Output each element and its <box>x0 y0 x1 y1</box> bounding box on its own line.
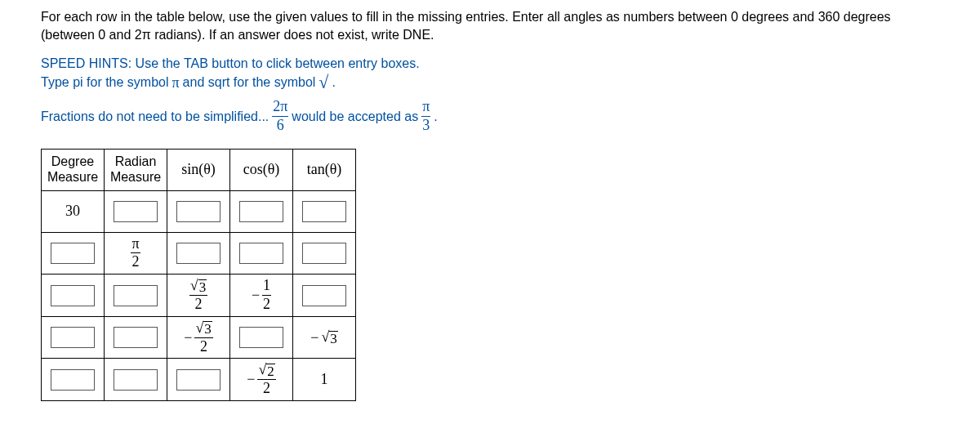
denominator: 2 <box>131 254 140 270</box>
r5-radian[interactable] <box>105 359 167 401</box>
hint-line-2: Type pi for the symbol π and sqrt for th… <box>41 73 939 92</box>
fraction-2pi-6: 2π 6 <box>272 99 288 134</box>
r5-tan: 1 <box>293 359 356 401</box>
numerator: π <box>131 236 140 252</box>
denominator: 6 <box>276 118 285 134</box>
header-sin: sin(θ) <box>167 149 230 190</box>
header-cos: cos(θ) <box>230 149 293 190</box>
r4-cos-input[interactable] <box>239 327 283 348</box>
instructions-text: For each row in the table below, use the… <box>41 8 939 43</box>
r2-cos[interactable] <box>230 232 293 275</box>
r3-tan[interactable] <box>293 275 356 317</box>
r1-cos-input[interactable] <box>239 201 283 222</box>
r1-degree: 30 <box>42 190 105 232</box>
r3-tan-input[interactable] <box>302 285 346 306</box>
r1-radian-input[interactable] <box>114 201 158 222</box>
r4-cos[interactable] <box>230 316 293 359</box>
r5-sin-input[interactable] <box>176 369 220 391</box>
denominator: 3 <box>421 118 430 134</box>
r1-radian[interactable] <box>105 190 167 232</box>
r1-sin[interactable] <box>167 190 230 232</box>
r3-degree-input[interactable] <box>51 285 95 306</box>
r5-radian-input[interactable] <box>114 369 158 391</box>
r4-degree[interactable] <box>42 316 105 359</box>
header-tan: tan(θ) <box>293 149 356 190</box>
r2-cos-input[interactable] <box>239 243 283 264</box>
hint-line-1: SPEED HINTS: Use the TAB button to click… <box>41 55 939 73</box>
sqrt-symbol: √ <box>318 74 328 92</box>
speed-hints: SPEED HINTS: Use the TAB button to click… <box>41 55 939 133</box>
r2-degree[interactable] <box>42 232 105 275</box>
hint-text: and sqrt for the symbol <box>183 74 316 92</box>
numerator: π <box>421 99 430 115</box>
header-radian: RadianMeasure <box>105 149 167 190</box>
r3-radian[interactable] <box>105 275 167 317</box>
r4-tan: − √3 <box>293 316 356 359</box>
hint-text: would be accepted as <box>292 108 418 126</box>
hint-line-3: Fractions do not need to be simplified..… <box>41 99 939 134</box>
r2-radian: π 2 <box>105 232 167 275</box>
r2-tan-input[interactable] <box>302 243 346 264</box>
hint-text: . <box>434 108 437 126</box>
r2-sin[interactable] <box>167 232 230 275</box>
r4-radian-input[interactable] <box>114 327 158 348</box>
hint-text: . <box>332 74 335 92</box>
r5-degree-input[interactable] <box>51 369 95 391</box>
r4-radian[interactable] <box>105 316 167 359</box>
header-degree: DegreeMeasure <box>42 149 105 190</box>
r1-tan-input[interactable] <box>302 201 346 222</box>
fraction-pi-3: π 3 <box>421 99 430 134</box>
r1-sin-input[interactable] <box>176 201 220 222</box>
r3-sin: √3 2 <box>167 275 230 317</box>
r1-cos[interactable] <box>230 190 293 232</box>
r2-degree-input[interactable] <box>51 243 95 264</box>
numerator: 2π <box>272 99 288 115</box>
r3-degree[interactable] <box>42 275 105 317</box>
r3-radian-input[interactable] <box>114 285 158 306</box>
r1-tan[interactable] <box>293 190 356 232</box>
r5-cos: − √2 2 <box>230 359 293 401</box>
trig-table: DegreeMeasure RadianMeasure sin(θ) cos(θ… <box>41 149 356 401</box>
r5-degree[interactable] <box>42 359 105 401</box>
r5-sin[interactable] <box>167 359 230 401</box>
r2-sin-input[interactable] <box>176 243 220 264</box>
r2-tan[interactable] <box>293 232 356 275</box>
hint-text: Fractions do not need to be simplified..… <box>41 108 269 126</box>
r4-sin: − √3 2 <box>167 316 230 359</box>
r4-degree-input[interactable] <box>51 327 95 348</box>
r3-cos: − 1 2 <box>230 275 293 317</box>
pi-symbol: π <box>172 73 180 92</box>
hint-text: Type pi for the symbol <box>41 74 169 92</box>
